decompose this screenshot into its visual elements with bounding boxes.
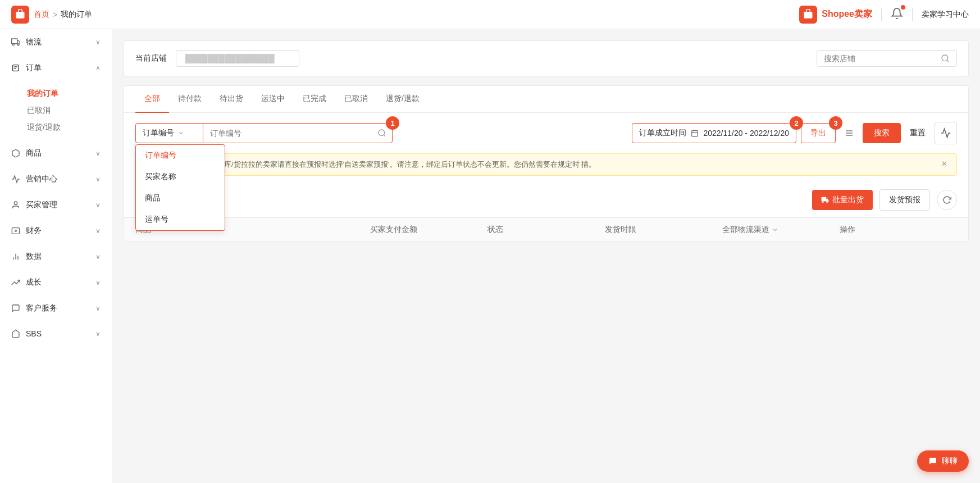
sidebar-item-data[interactable]: 数据 ∨ bbox=[0, 244, 112, 270]
sidebar-item-sbs[interactable]: SBS ∨ bbox=[0, 321, 112, 346]
chevron-growth: ∨ bbox=[95, 279, 101, 286]
home-link[interactable]: 首页 bbox=[34, 10, 49, 20]
svg-point-25 bbox=[822, 201, 824, 203]
sidebar-label-finance: 财务 bbox=[26, 226, 42, 236]
sidebar-item-order[interactable]: 订单 ∧ bbox=[0, 55, 112, 81]
reset-button[interactable]: 重置 bbox=[905, 123, 930, 143]
finance-icon bbox=[11, 226, 20, 235]
order-icon bbox=[11, 63, 20, 72]
store-bar: 当前店铺 ████████████████ bbox=[124, 40, 969, 76]
action-bar: 批量出货 发货预报 bbox=[124, 183, 968, 217]
sidebar-label-sbs: SBS bbox=[26, 329, 42, 338]
sbs-icon bbox=[11, 329, 20, 338]
tab-all[interactable]: 全部 bbox=[135, 86, 169, 113]
dropdown-item-order-no[interactable]: 订单编号 bbox=[136, 145, 225, 166]
sidebar-subitem-refund[interactable]: 退货/退款 bbox=[27, 119, 112, 136]
search-button[interactable]: 搜索 bbox=[863, 123, 901, 143]
chevron-marketing: ∨ bbox=[95, 175, 101, 183]
chevron-data: ∨ bbox=[95, 253, 101, 261]
tab-pending-ship[interactable]: 待出货 bbox=[211, 86, 252, 113]
order-tabs: 全部 待付款 待出货 运送中 已完成 已取消 退货/退款 bbox=[124, 86, 968, 113]
svg-rect-24 bbox=[822, 197, 827, 202]
service-icon bbox=[11, 304, 20, 313]
col-amount: 买家支付金额 bbox=[370, 225, 487, 235]
forecast-button[interactable]: 发货预报 bbox=[879, 189, 930, 211]
search-type-dropdown-menu: 订单编号 买家名称 商品 运单号 bbox=[135, 144, 225, 231]
svg-point-6 bbox=[14, 202, 17, 204]
search-type-label: 订单编号 bbox=[143, 128, 174, 138]
sidebar-label-order: 订单 bbox=[26, 63, 42, 73]
export-wrapper: 导出 3 bbox=[801, 123, 836, 143]
sidebar-label-logistics: 物流 bbox=[26, 37, 42, 47]
page-title: 我的订单 bbox=[61, 10, 92, 20]
date-filter-group[interactable]: 订单成立时间 2022/11/20 - 2022/12/20 bbox=[632, 123, 796, 143]
dropdown-item-buyer-name[interactable]: 买家名称 bbox=[136, 166, 225, 188]
top-header: 首页 > 我的订单 Shopee卖家 卖家学习中心 bbox=[0, 0, 980, 29]
chevron-sbs: ∨ bbox=[95, 330, 101, 338]
chevron-buyer: ∨ bbox=[95, 201, 101, 209]
ship-icon bbox=[821, 196, 829, 204]
search-icon bbox=[941, 54, 950, 63]
sidebar-item-marketing[interactable]: 营销中心 ∨ bbox=[0, 166, 112, 192]
search-type-dropdown[interactable]: 订单编号 bbox=[136, 124, 203, 143]
dropdown-item-tracking-no[interactable]: 运单号 bbox=[136, 209, 225, 230]
chevron-product: ∨ bbox=[95, 149, 101, 157]
col-ship-limit: 发货时限 bbox=[605, 225, 722, 235]
header-divider-2 bbox=[912, 8, 913, 21]
marketing-icon bbox=[11, 175, 20, 184]
tab-cancelled[interactable]: 已取消 bbox=[335, 86, 377, 113]
sidebar-item-growth[interactable]: 成长 ∨ bbox=[0, 270, 112, 295]
col-logistics[interactable]: 全部物流渠道 bbox=[722, 225, 840, 235]
dropdown-item-product[interactable]: 商品 bbox=[136, 188, 225, 209]
svg-point-3 bbox=[12, 44, 14, 45]
shopee-logo-left bbox=[11, 6, 29, 24]
sidebar-item-product[interactable]: 商品 ∨ bbox=[0, 140, 112, 166]
refresh-button[interactable] bbox=[937, 190, 957, 210]
order-search-input[interactable] bbox=[203, 124, 372, 143]
date-filter-label: 订单成立时间 bbox=[639, 128, 686, 138]
logistics-filter-icon bbox=[772, 226, 778, 233]
sidebar-subitem-cancelled[interactable]: 已取消 bbox=[27, 102, 112, 119]
search-magnifier-icon bbox=[377, 129, 386, 138]
sidebar-item-buyer[interactable]: 买家管理 ∨ bbox=[0, 192, 112, 218]
buyer-icon bbox=[11, 201, 20, 209]
bell-icon[interactable] bbox=[891, 7, 903, 21]
svg-line-12 bbox=[947, 60, 949, 62]
tab-completed[interactable]: 已完成 bbox=[294, 86, 335, 113]
sidebar-item-logistics[interactable]: 物流 ∨ bbox=[0, 29, 112, 55]
svg-rect-15 bbox=[692, 130, 698, 136]
sidebar-label-marketing: 营销中心 bbox=[26, 174, 57, 184]
more-options-btn[interactable] bbox=[840, 124, 858, 142]
product-icon bbox=[11, 149, 20, 158]
chevron-down-icon bbox=[177, 130, 184, 136]
svg-point-13 bbox=[379, 130, 385, 136]
shopee-logo-right bbox=[799, 6, 817, 24]
breadcrumb: 首页 > 我的订单 bbox=[34, 10, 92, 20]
truck-icon bbox=[11, 38, 20, 47]
store-search-box bbox=[817, 50, 957, 67]
refresh-icon bbox=[942, 195, 951, 204]
sidebar-item-finance[interactable]: 财务 ∨ bbox=[0, 218, 112, 244]
bulk-ship-label: 批量出货 bbox=[832, 195, 864, 205]
chat-button[interactable]: 聊聊 bbox=[917, 450, 969, 472]
header-divider bbox=[881, 8, 882, 21]
store-search-input[interactable] bbox=[824, 54, 936, 63]
svg-point-4 bbox=[17, 44, 19, 45]
forecast-label: 发货预报 bbox=[889, 195, 920, 205]
sidebar-item-service[interactable]: 客户服务 ∨ bbox=[0, 295, 112, 321]
chart-icon-box[interactable] bbox=[935, 122, 957, 144]
main-content: 当前店铺 ████████████████ 全部 待付款 待出货 运送中 已完成… bbox=[112, 29, 980, 483]
tab-shipping[interactable]: 运送中 bbox=[252, 86, 294, 113]
chevron-service: ∨ bbox=[95, 304, 101, 312]
step-badge-3: 3 bbox=[829, 116, 842, 130]
sidebar-label-product: 商品 bbox=[26, 148, 42, 158]
seller-center-link[interactable]: 卖家学习中心 bbox=[922, 10, 969, 20]
tab-refund[interactable]: 退货/退款 bbox=[377, 86, 429, 113]
sidebar-subitem-my-orders[interactable]: 我的订单 bbox=[27, 85, 112, 102]
brand-label: Shopee卖家 bbox=[822, 8, 872, 20]
notice-close-btn[interactable]: ✕ bbox=[941, 160, 947, 168]
bulk-ship-button[interactable]: 批量出货 bbox=[812, 190, 873, 210]
store-value[interactable]: ████████████████ bbox=[176, 50, 299, 67]
tab-pending-pay[interactable]: 待付款 bbox=[169, 86, 211, 113]
chevron-logistics: ∨ bbox=[95, 38, 101, 46]
